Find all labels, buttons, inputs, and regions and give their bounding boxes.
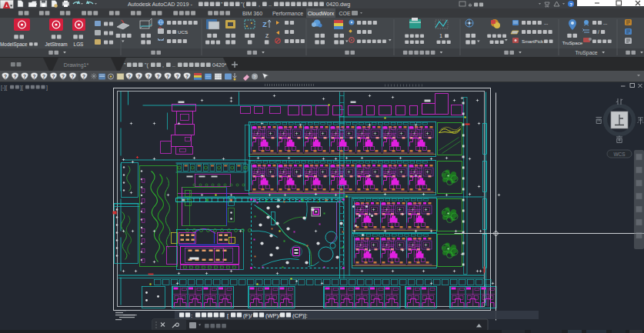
svg-text:?: ? bbox=[42, 74, 45, 79]
svg-text:,: , bbox=[259, 2, 260, 7]
svg-text:ModelSpace: ModelSpace bbox=[0, 42, 28, 48]
svg-text:WCS: WCS bbox=[613, 152, 626, 157]
svg-text:?: ? bbox=[72, 74, 75, 79]
svg-text:..: .. bbox=[269, 2, 272, 7]
svg-text:BIM 360: BIM 360 bbox=[242, 11, 262, 16]
svg-text:?: ? bbox=[52, 74, 55, 79]
svg-text:CloudWorx: CloudWorx bbox=[308, 11, 335, 16]
svg-text:(WP)/: (WP)/ bbox=[265, 312, 281, 319]
svg-text:TruSpace: TruSpace bbox=[562, 40, 583, 45]
svg-text:?: ? bbox=[4, 74, 7, 79]
svg-text:?: ? bbox=[82, 74, 85, 79]
svg-text:][: ][ bbox=[20, 85, 23, 91]
svg-text:?: ? bbox=[62, 74, 65, 79]
svg-text:,: , bbox=[162, 62, 164, 68]
svg-text:?: ? bbox=[157, 74, 160, 79]
svg-text:Performance: Performance bbox=[272, 11, 303, 16]
svg-text:JetStream: JetStream bbox=[45, 42, 67, 47]
svg-text:1: 1 bbox=[439, 33, 442, 38]
svg-text:?: ? bbox=[33, 74, 36, 79]
svg-text:?: ? bbox=[176, 74, 179, 79]
svg-text:..: .. bbox=[172, 62, 175, 68]
svg-text:COE: COE bbox=[339, 11, 351, 16]
svg-text:Z: Z bbox=[262, 21, 267, 28]
svg-text:LGS: LGS bbox=[74, 42, 84, 47]
svg-text:?: ? bbox=[138, 74, 141, 79]
svg-text:?: ? bbox=[128, 74, 131, 79]
svg-text:Drawing1*: Drawing1* bbox=[64, 62, 89, 68]
svg-text:SmartPick: SmartPick bbox=[522, 38, 544, 44]
svg-text:?: ? bbox=[23, 74, 26, 79]
svg-text:]: ] bbox=[46, 85, 48, 91]
svg-text:[-][: [-][ bbox=[1, 85, 7, 91]
svg-text:Autodesk AutoCAD 2019 -: Autodesk AutoCAD 2019 - bbox=[128, 1, 193, 8]
svg-text:"(: "( bbox=[145, 62, 148, 68]
svg-text:?: ? bbox=[14, 74, 17, 79]
svg-text:UCS: UCS bbox=[178, 29, 188, 35]
svg-text:TruSpace: TruSpace bbox=[575, 50, 597, 56]
svg-text:?: ? bbox=[185, 74, 189, 79]
svg-text:Z: Z bbox=[265, 33, 269, 38]
svg-text:(F)/: (F)/ bbox=[243, 312, 253, 319]
svg-text:...: ... bbox=[603, 20, 608, 25]
svg-text:0420.dwg: 0420.dwg bbox=[326, 1, 350, 8]
svg-text:"(: "( bbox=[241, 2, 245, 8]
svg-text:...: ... bbox=[544, 20, 549, 25]
svg-text:0420*: 0420* bbox=[212, 62, 227, 68]
svg-text:?: ? bbox=[569, 2, 572, 7]
svg-text:(CP)]:: (CP)]: bbox=[292, 312, 308, 319]
svg-text::: : bbox=[191, 312, 192, 319]
svg-text:?: ? bbox=[147, 74, 150, 79]
svg-text:?: ? bbox=[166, 74, 169, 79]
svg-text:/: / bbox=[598, 29, 599, 35]
